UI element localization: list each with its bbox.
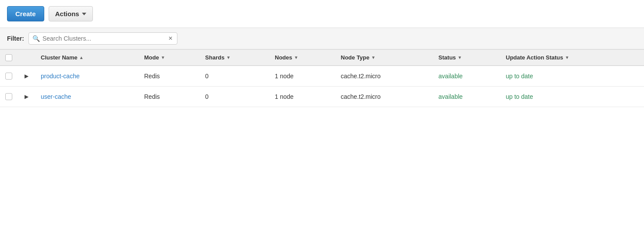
table-body: ▶ product-cache Redis 0 1 node cache.t2.… [0,66,644,107]
node-type-sort-icon: ▼ [371,55,375,60]
col-label-nodes: Nodes [275,54,292,61]
col-header-shards[interactable]: Shards ▼ [200,50,269,66]
search-input[interactable] [42,35,165,42]
cluster-name-link[interactable]: user-cache [41,93,71,100]
row-status: available [433,66,501,87]
update-action-status-value: up to date [506,73,533,80]
col-header-node-type[interactable]: Node Type ▼ [336,50,433,66]
row-expand-cell: ▶ [18,87,35,107]
row-shards: 0 [200,87,269,107]
row-checkbox[interactable] [5,73,12,80]
col-header-mode[interactable]: Mode ▼ [139,50,200,66]
col-header-checkbox [0,50,18,66]
col-header-cluster-name[interactable]: Cluster Name ▲ [35,50,139,66]
row-checkbox-cell [0,87,18,107]
create-button[interactable]: Create [7,6,44,21]
col-label-mode: Mode [144,54,159,61]
filter-label: Filter: [7,35,24,42]
expand-row-button[interactable]: ▶ [23,72,30,80]
update-action-status-sort-icon: ▼ [565,55,569,60]
expand-row-button[interactable]: ▶ [23,93,30,101]
row-cluster-name: product-cache [35,66,139,87]
row-expand-cell: ▶ [18,66,35,87]
col-header-status[interactable]: Status ▼ [433,50,501,66]
actions-button[interactable]: Actions [49,6,93,21]
row-cluster-name: user-cache [35,87,139,107]
status-badge: available [439,73,463,80]
row-nodes: 1 node [269,87,336,107]
table-header-row: Cluster Name ▲ Mode ▼ Shards ▼ [0,50,644,66]
row-update-action-status: up to date [501,87,644,107]
row-checkbox[interactable] [5,93,12,100]
nodes-sort-icon: ▼ [294,55,298,60]
row-shards: 0 [200,66,269,87]
col-label-shards: Shards [205,54,224,61]
cluster-name-link[interactable]: product-cache [41,73,80,80]
status-badge: available [439,93,463,100]
row-update-action-status: up to date [501,66,644,87]
row-node-type: cache.t2.micro [336,87,433,107]
table-container: Cluster Name ▲ Mode ▼ Shards ▼ [0,49,644,107]
filter-bar: Filter: 🔍 × [0,28,644,49]
search-icon: 🔍 [32,35,40,42]
table-row: ▶ product-cache Redis 0 1 node cache.t2.… [0,66,644,87]
row-node-type: cache.t2.micro [336,66,433,87]
col-label-cluster-name: Cluster Name [41,54,78,61]
col-label-node-type: Node Type [341,54,370,61]
col-label-update-action-status: Update Action Status [506,54,563,61]
row-mode: Redis [139,87,200,107]
shards-sort-icon: ▼ [226,55,230,60]
row-mode: Redis [139,66,200,87]
search-container: 🔍 × [28,32,177,45]
col-label-status: Status [439,54,456,61]
actions-label: Actions [55,10,79,17]
toolbar: Create Actions [0,0,644,28]
chevron-down-icon [82,13,86,15]
table-row: ▶ user-cache Redis 0 1 node cache.t2.mic… [0,87,644,107]
status-sort-icon: ▼ [458,55,462,60]
sort-asc-icon: ▲ [79,55,84,60]
col-header-expand [18,50,35,66]
row-checkbox-cell [0,66,18,87]
select-all-checkbox[interactable] [5,54,12,61]
clusters-table: Cluster Name ▲ Mode ▼ Shards ▼ [0,49,644,107]
row-status: available [433,87,501,107]
mode-sort-icon: ▼ [161,55,165,60]
update-action-status-value: up to date [506,93,533,100]
clear-search-button[interactable]: × [168,35,173,42]
col-header-nodes[interactable]: Nodes ▼ [269,50,336,66]
col-header-update-action-status[interactable]: Update Action Status ▼ [501,50,644,66]
row-nodes: 1 node [269,66,336,87]
